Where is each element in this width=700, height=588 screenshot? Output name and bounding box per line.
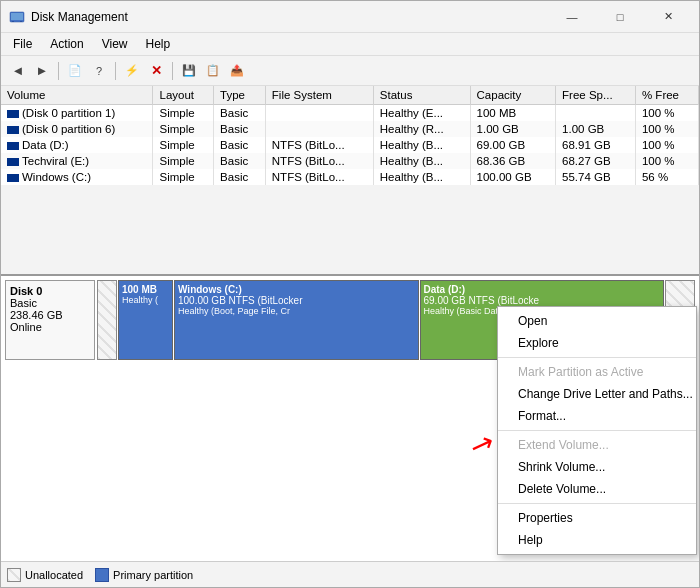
cell-capacity: 69.00 GB — [470, 137, 556, 153]
close-button[interactable]: ✕ — [645, 7, 691, 27]
ctx-item-properties[interactable]: Properties — [498, 507, 696, 529]
toolbar-btn-7[interactable]: 💾 — [178, 60, 200, 82]
col-pct[interactable]: % Free — [635, 86, 698, 105]
toolbar-btn-8[interactable]: 📋 — [202, 60, 224, 82]
toolbar-btn-6[interactable]: ✕ — [145, 60, 167, 82]
cell-volume: Techviral (E:) — [1, 153, 153, 169]
maximize-button[interactable]: □ — [597, 7, 643, 27]
cell-volume: Windows (C:) — [1, 169, 153, 185]
ctx-item-changedriveletterandpaths[interactable]: Change Drive Letter and Paths... — [498, 383, 696, 405]
window-title: Disk Management — [31, 10, 128, 24]
cell-volume: (Disk 0 partition 6) — [1, 121, 153, 137]
col-free[interactable]: Free Sp... — [556, 86, 636, 105]
context-menu: OpenExploreMark Partition as ActiveChang… — [497, 306, 697, 555]
svg-rect-1 — [11, 13, 23, 20]
cell-type: Basic — [214, 137, 266, 153]
ctx-item-shrinkvolume[interactable]: Shrink Volume... — [498, 456, 696, 478]
legend-box-unallocated — [7, 568, 21, 582]
col-filesystem[interactable]: File System — [265, 86, 373, 105]
col-status[interactable]: Status — [373, 86, 470, 105]
minimize-button[interactable]: — — [549, 7, 595, 27]
cell-free: 1.00 GB — [556, 121, 636, 137]
table-row[interactable]: (Disk 0 partition 1)SimpleBasicHealthy (… — [1, 105, 699, 122]
ctx-separator — [498, 430, 696, 431]
cell-status: Healthy (B... — [373, 137, 470, 153]
cell-type: Basic — [214, 153, 266, 169]
toolbar-sep-3 — [172, 62, 173, 80]
app-icon — [9, 9, 25, 25]
ctx-item-markpartitionasactive: Mark Partition as Active — [498, 361, 696, 383]
title-controls: — □ ✕ — [549, 7, 691, 27]
cell-pct: 100 % — [635, 137, 698, 153]
cell-filesystem — [265, 105, 373, 122]
table-row[interactable]: Windows (C:)SimpleBasicNTFS (BitLo...Hea… — [1, 169, 699, 185]
cell-pct: 56 % — [635, 169, 698, 185]
cell-free — [556, 105, 636, 122]
cell-volume: (Disk 0 partition 1) — [1, 105, 153, 122]
content-area: Volume Layout Type File System Status Ca… — [1, 86, 699, 587]
menu-action[interactable]: Action — [42, 35, 91, 53]
part-win-desc: Healthy (Boot, Page File, Cr — [178, 306, 415, 316]
toolbar-sep-1 — [58, 62, 59, 80]
svg-rect-3 — [20, 21, 22, 22]
table-row[interactable]: (Disk 0 partition 6)SimpleBasicHealthy (… — [1, 121, 699, 137]
ctx-item-deletevolume[interactable]: Delete Volume... — [498, 478, 696, 500]
cell-type: Basic — [214, 169, 266, 185]
cell-capacity: 100.00 GB — [470, 169, 556, 185]
partition-windows[interactable]: Windows (C:) 100.00 GB NTFS (BitLocker H… — [174, 280, 419, 360]
part-sys-name: 100 MB — [122, 284, 169, 295]
cell-filesystem — [265, 121, 373, 137]
cell-type: Basic — [214, 105, 266, 122]
cell-pct: 100 % — [635, 105, 698, 122]
legend-label-primary: Primary partition — [113, 569, 193, 581]
cell-filesystem: NTFS (BitLo... — [265, 169, 373, 185]
cell-layout: Simple — [153, 137, 214, 153]
menu-file[interactable]: File — [5, 35, 40, 53]
forward-button[interactable]: ► — [31, 60, 53, 82]
col-type[interactable]: Type — [214, 86, 266, 105]
svg-rect-2 — [12, 21, 14, 22]
menu-view[interactable]: View — [94, 35, 136, 53]
cell-status: Healthy (B... — [373, 153, 470, 169]
cell-pct: 100 % — [635, 153, 698, 169]
disk-type: Basic — [10, 297, 90, 309]
menu-help[interactable]: Help — [138, 35, 179, 53]
partition-sys-reserved[interactable]: 100 MB Healthy ( — [118, 280, 173, 360]
cell-free: 68.27 GB — [556, 153, 636, 169]
toolbar-sep-2 — [115, 62, 116, 80]
disk-info: Disk 0 Basic 238.46 GB Online — [5, 280, 95, 360]
toolbar-btn-9[interactable]: 📤 — [226, 60, 248, 82]
toolbar-btn-3[interactable]: 📄 — [64, 60, 86, 82]
ctx-item-extendvolume: Extend Volume... — [498, 434, 696, 456]
ctx-item-open[interactable]: Open — [498, 310, 696, 332]
legend-unallocated: Unallocated — [7, 568, 83, 582]
col-capacity[interactable]: Capacity — [470, 86, 556, 105]
legend: Unallocated Primary partition — [1, 561, 699, 587]
disk-section-wrapper: Disk 0 Basic 238.46 GB Online 100 MB Hea… — [1, 276, 699, 561]
part-win-size: 100.00 GB NTFS (BitLocker — [178, 295, 415, 306]
cell-capacity: 1.00 GB — [470, 121, 556, 137]
toolbar-btn-4[interactable]: ? — [88, 60, 110, 82]
table-row[interactable]: Data (D:)SimpleBasicNTFS (BitLo...Health… — [1, 137, 699, 153]
toolbar-btn-5[interactable]: ⚡ — [121, 60, 143, 82]
ctx-item-help[interactable]: Help — [498, 529, 696, 551]
col-layout[interactable]: Layout — [153, 86, 214, 105]
ctx-item-format[interactable]: Format... — [498, 405, 696, 427]
disk-status: Online — [10, 321, 90, 333]
ctx-separator — [498, 357, 696, 358]
table-row[interactable]: Techviral (E:)SimpleBasicNTFS (BitLo...H… — [1, 153, 699, 169]
title-bar-left: Disk Management — [9, 9, 128, 25]
back-button[interactable]: ◄ — [7, 60, 29, 82]
partition-unalloc-start[interactable] — [97, 280, 117, 360]
cell-filesystem: NTFS (BitLo... — [265, 153, 373, 169]
cell-free: 68.91 GB — [556, 137, 636, 153]
volume-table-section: Volume Layout Type File System Status Ca… — [1, 86, 699, 276]
cell-capacity: 68.36 GB — [470, 153, 556, 169]
legend-box-primary — [95, 568, 109, 582]
col-volume[interactable]: Volume — [1, 86, 153, 105]
menu-bar: File Action View Help — [1, 33, 699, 56]
toolbar: ◄ ► 📄 ? ⚡ ✕ 💾 📋 📤 — [1, 56, 699, 86]
ctx-item-explore[interactable]: Explore — [498, 332, 696, 354]
part-sys-desc: Healthy ( — [122, 295, 169, 305]
part-win-name: Windows (C:) — [178, 284, 415, 295]
